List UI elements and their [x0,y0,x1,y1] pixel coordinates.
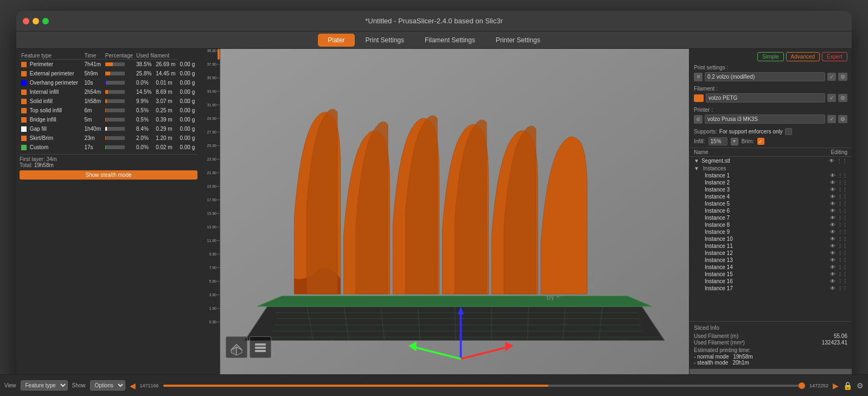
instance-eye-icon[interactable]: 👁 [830,278,835,284]
list-item[interactable]: Instance 10 👁 ⋮⋮ [690,235,852,242]
instance-grid-icon[interactable]: ⋮⋮ [838,173,847,178]
instance-grid-icon[interactable]: ⋮⋮ [838,265,847,270]
print-settings-input[interactable] [705,72,825,81]
list-item[interactable]: Instance 2 👁 ⋮⋮ [690,179,852,186]
close-button[interactable] [23,18,29,24]
instance-eye-icon[interactable]: 👁 [830,264,835,270]
feature-pct-cell [104,115,135,124]
viewport[interactable]: USA i3 MK3 by Josef Prusa [220,49,689,385]
tab-filament-settings[interactable]: Filament Settings [415,34,485,47]
tab-print-settings[interactable]: Print Settings [356,34,414,47]
ruler-tick: 7.90 [209,266,220,270]
ruler-label: 3.90 [209,293,216,297]
filament-color-preview[interactable] [694,94,704,102]
list-item[interactable]: Instance 4 👁 ⋮⋮ [690,193,852,200]
ruler-label: 1.90 [209,306,216,310]
print-settings-gear[interactable]: ⚙ [838,73,847,81]
list-item[interactable]: Instance 8 👁 ⋮⋮ [690,221,852,228]
list-item[interactable]: Instance 13 👁 ⋮⋮ [690,257,852,264]
instance-eye-icon[interactable]: 👁 [830,243,835,249]
print-settings-check[interactable]: ✓ [827,73,836,81]
list-item[interactable]: Instance 7 👁 ⋮⋮ [690,214,852,221]
instance-grid-icon[interactable]: ⋮⋮ [838,286,847,291]
maximize-button[interactable] [42,18,49,24]
brim-checkbox[interactable]: ✓ [757,138,764,145]
advanced-mode-button[interactable]: Advanced [786,52,820,61]
filament-gear[interactable]: ⚙ [838,94,847,102]
expert-mode-button[interactable]: Expert [822,52,847,61]
supports-checkbox[interactable] [785,128,792,135]
instance-eye-icon[interactable]: 👁 [830,285,835,291]
instance-eye-icon[interactable]: 👁 [830,222,835,228]
feature-pct-cell [104,69,135,78]
stealth-mode-button[interactable]: Show stealth mode [20,170,197,180]
feature-color-swatch [21,145,27,150]
instance-eye-icon[interactable]: 👁 [830,236,835,242]
instance-grid-icon[interactable]: ⋮⋮ [838,279,847,284]
list-item[interactable]: Instance 16 👁 ⋮⋮ [690,278,852,285]
infill-dropdown-btn[interactable]: ▼ [731,138,738,145]
printer-input[interactable] [705,114,825,124]
segment-grid-icon[interactable]: ⋮⋮ [837,158,847,164]
instance-eye-icon[interactable]: 👁 [830,180,835,186]
instance-eye-icon[interactable]: 👁 [830,201,835,207]
instance-grid-icon[interactable]: ⋮⋮ [838,229,847,235]
list-item[interactable]: Instance 11 👁 ⋮⋮ [690,242,852,250]
instance-grid-icon[interactable]: ⋮⋮ [838,180,847,186]
list-item[interactable]: Instance 14 👁 ⋮⋮ [690,264,852,271]
instance-grid-icon[interactable]: ⋮⋮ [838,215,847,221]
instance-eye-icon[interactable]: 👁 [830,257,835,263]
view-layers[interactable] [250,336,271,358]
instance-eye-icon[interactable]: 👁 [830,187,835,193]
filament-input[interactable] [706,93,825,103]
instance-grid-icon[interactable]: ⋮⋮ [838,272,847,277]
instance-eye-icon[interactable]: 👁 [830,173,835,178]
object-list[interactable]: ▼ Segment.stl 👁 ⋮⋮ ▼ Instances Instance … [690,157,852,321]
list-item[interactable]: Instance 6 👁 ⋮⋮ [690,207,852,214]
tab-plater[interactable]: Plater [318,34,354,47]
printer-gear[interactable]: ⚙ [838,115,847,123]
list-item[interactable]: Instance 5 👁 ⋮⋮ [690,200,852,207]
ruler-label: 17.90 [207,198,216,202]
instance-eye-icon[interactable]: 👁 [830,215,835,221]
instance-name: Instance 17 [705,285,830,291]
list-item[interactable]: Instance 3 👁 ⋮⋮ [690,186,852,193]
instance-grid-icon[interactable]: ⋮⋮ [838,258,847,263]
printer-check[interactable]: ✓ [827,115,836,123]
instance-grid-icon[interactable]: ⋮⋮ [838,222,847,228]
list-item[interactable]: Instance 9 👁 ⋮⋮ [690,228,852,235]
segment-file-item[interactable]: ▼ Segment.stl 👁 ⋮⋮ [690,157,852,165]
ruler-label: 13.90 [207,225,216,229]
tab-printer-settings[interactable]: Printer Settings [486,34,550,47]
minimize-button[interactable] [33,18,39,24]
view-cube-3d[interactable] [226,336,247,358]
feature-name: Bridge infill [30,117,56,123]
instance-eye-icon[interactable]: 👁 [830,194,835,200]
segment-eye-icon[interactable]: 👁 [829,158,834,164]
infill-input[interactable] [709,137,727,145]
layer-slider[interactable] [201,385,689,386]
instance-grid-icon[interactable]: ⋮⋮ [838,237,847,242]
instance-grid-icon[interactable]: ⋮⋮ [838,208,847,214]
col-filament: Used filament [135,52,178,60]
instance-eye-icon[interactable]: 👁 [830,250,835,256]
instance-grid-icon[interactable]: ⋮⋮ [838,244,847,249]
ruler-orange-marker[interactable] [218,49,220,60]
list-item[interactable]: Instance 1 👁 ⋮⋮ [690,172,852,179]
instance-grid-icon[interactable]: ⋮⋮ [838,194,847,200]
instance-name: Instance 8 [705,222,830,228]
simple-mode-button[interactable]: Simple [757,52,784,61]
list-item[interactable]: Instance 15 👁 ⋮⋮ [690,271,852,278]
feature-weight: 0.00 g [178,133,197,143]
list-item[interactable]: Instance 12 👁 ⋮⋮ [690,250,852,257]
filament-check[interactable]: ✓ [827,94,836,102]
list-item[interactable]: Instance 17 👁 ⋮⋮ [690,285,852,292]
instance-grid-icon[interactable]: ⋮⋮ [838,251,847,256]
instance-grid-icon[interactable]: ⋮⋮ [838,201,847,207]
est-time-title: Estimated printing time: [694,347,847,353]
instance-eye-icon[interactable]: 👁 [830,229,835,235]
instance-eye-icon[interactable]: 👁 [830,208,835,214]
instance-grid-icon[interactable]: ⋮⋮ [838,187,847,193]
feature-color-swatch [21,90,27,95]
instance-eye-icon[interactable]: 👁 [830,271,835,277]
